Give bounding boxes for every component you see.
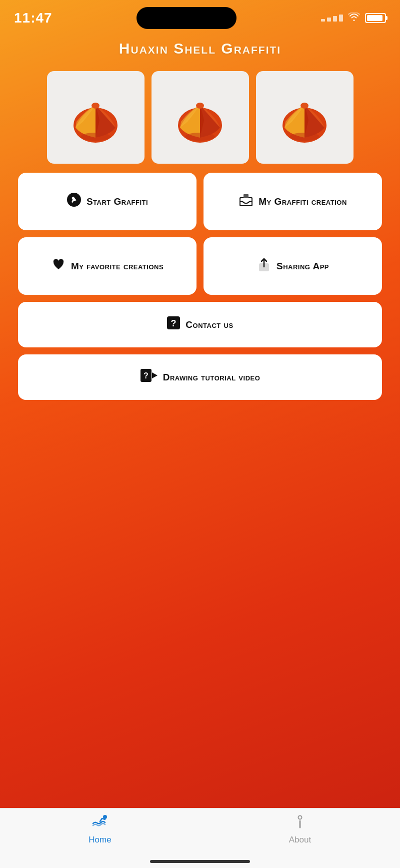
- status-time: 11:47: [14, 10, 52, 26]
- home-tab-icon: [91, 814, 109, 833]
- battery-icon: [365, 13, 386, 23]
- shell-image-2: [170, 88, 230, 148]
- svg-point-2: [80, 133, 110, 141]
- pencil-icon: [66, 192, 82, 211]
- about-tab-icon: [293, 814, 307, 833]
- my-favorite-creations-label: My favorite creations: [71, 261, 164, 272]
- shell-card-1: [47, 71, 144, 164]
- drawing-tutorial-video-label: Drawing tutorial video: [163, 372, 260, 383]
- contact-us-button[interactable]: ? Contact us: [18, 302, 382, 347]
- my-graffiti-creation-button[interactable]: My Graffiti creation: [204, 173, 382, 230]
- signal-strength-icon: [321, 15, 343, 22]
- dynamic-island: [136, 7, 236, 29]
- sharing-app-label: Sharing App: [276, 261, 329, 272]
- shell-card-3: [256, 71, 354, 164]
- menu-grid: Start Graffiti My Graffiti creation My f…: [18, 173, 382, 295]
- drawing-tutorial-video-button[interactable]: ? Drawing tutorial video: [18, 354, 382, 400]
- question-icon: ?: [166, 316, 180, 333]
- svg-point-1: [92, 103, 100, 109]
- shell-card-2: [152, 71, 249, 164]
- sharing-app-button[interactable]: Sharing App: [204, 237, 382, 295]
- contact-us-label: Contact us: [186, 319, 233, 330]
- tab-about[interactable]: About: [200, 814, 400, 845]
- tab-home-label: Home: [88, 835, 111, 845]
- home-indicator: [150, 860, 250, 863]
- my-graffiti-creation-label: My Graffiti creation: [258, 196, 347, 207]
- my-favorite-creations-button[interactable]: My favorite creations: [18, 237, 196, 295]
- wifi-icon: [348, 13, 360, 24]
- svg-rect-13: [244, 194, 248, 198]
- svg-point-21: [298, 816, 302, 819]
- svg-point-7: [300, 103, 308, 109]
- tab-home[interactable]: Home: [0, 814, 200, 845]
- heart-icon: [51, 257, 66, 275]
- svg-point-5: [185, 133, 215, 141]
- start-graffiti-button[interactable]: Start Graffiti: [18, 173, 196, 230]
- svg-text:?: ?: [171, 318, 176, 328]
- tab-about-label: About: [289, 835, 311, 845]
- status-icons: [321, 13, 386, 24]
- inbox-icon: [238, 192, 254, 211]
- video-question-icon: ?: [140, 368, 158, 386]
- app-title: Huaxin Shell Graffiti: [0, 40, 400, 57]
- tab-bar: Home About: [0, 808, 400, 868]
- share-icon: [256, 257, 272, 275]
- start-graffiti-label: Start Graffiti: [86, 196, 148, 207]
- status-bar: 11:47: [0, 0, 400, 30]
- svg-point-8: [290, 133, 320, 141]
- shell-images-row: [18, 71, 382, 164]
- svg-point-4: [196, 103, 204, 109]
- shell-image-3: [274, 88, 334, 148]
- shell-image-1: [66, 88, 126, 148]
- svg-marker-19: [152, 372, 158, 378]
- svg-text:?: ?: [144, 371, 148, 380]
